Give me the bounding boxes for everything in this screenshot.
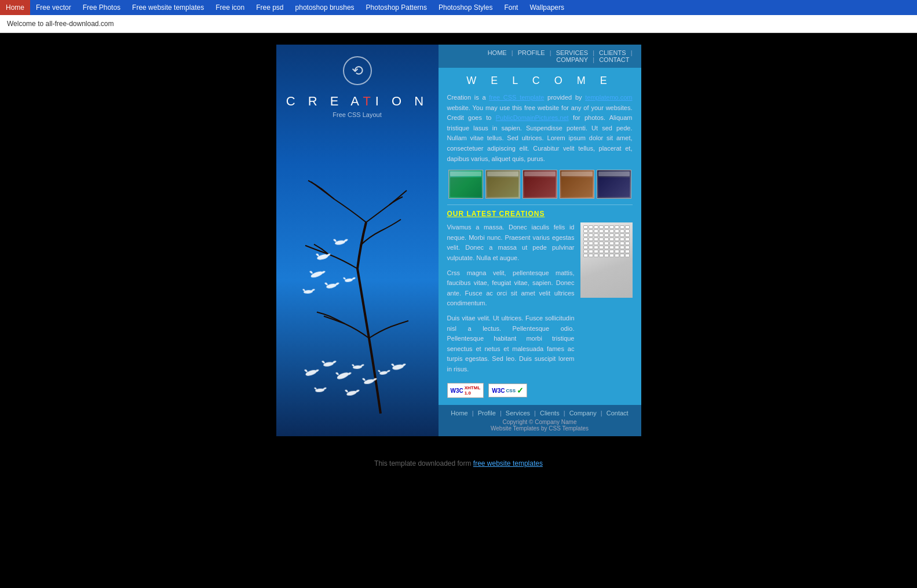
svg-point-14 xyxy=(346,390,357,396)
right-panel: HOME | PROFILE | SERVICES | CLIENTS | CO… xyxy=(439,45,641,436)
nav-font[interactable]: Font xyxy=(498,0,524,15)
css-template-link[interactable]: free CSS template xyxy=(489,94,544,101)
nav-home[interactable]: Home xyxy=(0,0,30,15)
nav-free-website-templates[interactable]: Free website templates xyxy=(126,0,210,15)
site-nav-profile[interactable]: PROFILE xyxy=(515,49,548,56)
site-footer: Home | Profile | Services | Clients | Co… xyxy=(439,405,641,436)
footer-link-home[interactable]: Home xyxy=(448,410,470,417)
nav-photoshop-patterns[interactable]: Photoshop Patterns xyxy=(360,0,433,15)
welcome-paragraph: Creation is a free CSS template provided… xyxy=(447,93,633,164)
svg-point-8 xyxy=(336,371,350,381)
site-nav-home[interactable]: HOME xyxy=(485,49,510,56)
site-nav-clients[interactable]: CLIENTS xyxy=(596,49,629,56)
latest-para-2: Crss magna velit, pellentesque mattis, f… xyxy=(447,268,575,309)
birds-area xyxy=(276,130,439,436)
left-panel: ⟲ C R E ATI O N Free CSS Layout xyxy=(276,45,439,436)
footer-link-contact[interactable]: Contact xyxy=(604,410,631,417)
nav-free-icon[interactable]: Free icon xyxy=(210,0,250,15)
nav-photoshop-styles[interactable]: Photoshop Styles xyxy=(433,0,498,15)
w3c-xhtml-badge[interactable]: W3C XHTML1.0 xyxy=(447,383,484,398)
footer-link-profile[interactable]: Profile xyxy=(476,410,498,417)
keyboard-illustration xyxy=(580,222,633,298)
w3c-css-badge[interactable]: W3C CSS ✓ xyxy=(488,384,527,397)
latest-para-3: Duis vitae velit. Ut ultrices. Fusce sol… xyxy=(447,313,575,375)
creation-subtitle: Free CSS Layout xyxy=(333,111,381,118)
creation-title: C R E ATI O N xyxy=(286,94,428,109)
latest-section: OUR LATEST CREATIONS Vivamus a massa. Do… xyxy=(447,210,633,398)
thumbnail-2[interactable] xyxy=(485,170,520,199)
latest-heading: OUR LATEST CREATIONS xyxy=(447,210,633,218)
welcome-text-before-link1: Creation is a xyxy=(447,94,489,101)
site-nav-contact[interactable]: CONTACT xyxy=(596,56,632,63)
latest-content: Vivamus a massa. Donec iaculis felis id … xyxy=(447,222,633,374)
welcome-bar: Welcome to all-free-download.com xyxy=(0,15,917,33)
content-area: W E L C O M E Creation is a free CSS tem… xyxy=(439,68,641,405)
thumbnail-5[interactable] xyxy=(597,170,631,199)
spiral-icon: ⟲ xyxy=(343,56,372,85)
welcome-text-after-link1: provided by xyxy=(544,94,585,101)
svg-point-11 xyxy=(379,371,388,375)
welcome-text-final: for photos. Aliquam tristique lasus in s… xyxy=(447,114,633,162)
svg-point-10 xyxy=(363,378,374,385)
thumbnail-3[interactable] xyxy=(523,170,557,199)
welcome-text: Welcome to all-free-download.com xyxy=(7,20,114,28)
svg-point-5 xyxy=(344,278,353,282)
site-nav-company[interactable]: COMPANY xyxy=(553,56,591,63)
site-nav-services[interactable]: SERVICES xyxy=(553,49,591,56)
site-navigation: HOME | PROFILE | SERVICES | CLIENTS | CO… xyxy=(439,45,641,68)
bottom-bar-text: This template downloaded form xyxy=(374,459,473,468)
nav-photoshop-brushes[interactable]: photoshop brushes xyxy=(290,0,360,15)
footer-link-clients[interactable]: Clients xyxy=(538,410,562,417)
footer-link-company[interactable]: Company xyxy=(567,410,599,417)
nav-free-vector[interactable]: Free vector xyxy=(30,0,77,15)
nav-wallpapers[interactable]: Wallpapers xyxy=(524,0,570,15)
validation-badges: W3C XHTML1.0 W3C CSS ✓ xyxy=(447,383,633,398)
latest-text-column: Vivamus a massa. Donec iaculis felis id … xyxy=(447,222,575,374)
section-divider xyxy=(447,204,633,205)
welcome-heading: W E L C O M E xyxy=(447,75,633,87)
bottom-bar-link[interactable]: free website templates xyxy=(473,459,543,468)
site-container: ⟲ C R E ATI O N Free CSS Layout xyxy=(276,45,641,436)
public-domain-link[interactable]: PublicDomainPictures.net xyxy=(496,114,569,121)
svg-point-4 xyxy=(326,283,337,289)
birds-svg xyxy=(276,130,439,436)
keyboard-image xyxy=(580,222,633,298)
nav-free-psd[interactable]: Free psd xyxy=(250,0,289,15)
templates-credit: Website Templates by CSS Templates xyxy=(443,425,637,432)
thumbnail-gallery xyxy=(447,170,633,199)
thumbnail-1[interactable] xyxy=(448,170,483,199)
thumbnail-4[interactable] xyxy=(560,170,594,199)
top-navigation: Home Free vector Free Photos Free websit… xyxy=(0,0,917,15)
copyright-text: Copyright © Company Name xyxy=(443,419,637,425)
footer-links: Home | Profile | Services | Clients | Co… xyxy=(443,410,637,417)
bottom-bar: This template downloaded form free websi… xyxy=(0,448,917,479)
footer-link-services[interactable]: Services xyxy=(503,410,532,417)
latest-para-1: Vivamus a massa. Donec iaculis felis id … xyxy=(447,222,575,263)
templatemo-link[interactable]: templatemo.com xyxy=(585,94,632,101)
svg-point-2 xyxy=(310,270,323,279)
nav-free-photos[interactable]: Free Photos xyxy=(77,0,126,15)
main-wrapper: ⟲ C R E ATI O N Free CSS Layout xyxy=(0,33,917,448)
